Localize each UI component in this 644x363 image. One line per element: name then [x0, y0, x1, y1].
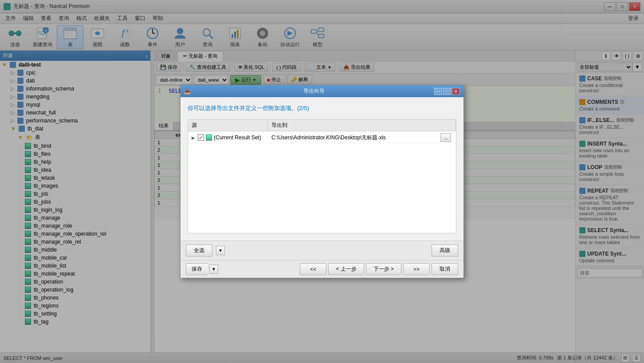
advanced-button[interactable]: 高级 [432, 245, 458, 256]
dialog-file-table: 源 导出到 ▶ ✓ (Current Result Set) C:\Users\… [188, 119, 456, 233]
dialog-maximize-button[interactable]: □ [443, 88, 451, 95]
select-all-button[interactable]: 全选 [186, 245, 212, 256]
export-wizard-dialog: 📤 导出向导 — □ ✕ 你可以选择导出文件并定义一些附加选项。(2/5) 源 … [180, 85, 464, 278]
dest-path: C:\Users\Administrator.KING\Desktop\无标题.… [271, 134, 385, 141]
first-button[interactable]: << [300, 263, 326, 275]
row-dest-cell: C:\Users\Administrator.KING\Desktop\无标题.… [271, 134, 439, 142]
dialog-content: 你可以选择导出文件并定义一些附加选项。(2/5) 源 导出到 ▶ ✓ (Curr… [181, 97, 463, 241]
col-dest: 导出到 [268, 120, 456, 131]
dialog-subtitle: 你可以选择导出文件并定义一些附加选项。(2/5) [188, 104, 456, 112]
row-checkbox[interactable]: ✓ [198, 134, 204, 141]
save-dropdown-button[interactable]: ▼ [209, 264, 218, 274]
dialog-title-buttons: — □ ✕ [434, 88, 460, 95]
source-label: (Current Result Set) [214, 134, 261, 141]
dialog-nav-area: 保存 ▼ << < 上一步 下一步 > >> 取消 [181, 260, 463, 278]
dialog-overlay: 📤 导出向导 — □ ✕ 你可以选择导出文件并定义一些附加选项。(2/5) 源 … [0, 0, 644, 363]
last-button[interactable]: >> [403, 263, 430, 275]
dialog-table-row: ▶ ✓ (Current Result Set) C:\Users\Admini… [188, 131, 456, 144]
prev-button[interactable]: < 上一步 [328, 263, 364, 275]
save-split-button[interactable]: 保存 [186, 263, 208, 275]
dialog-table-header: 源 导出到 [188, 120, 456, 131]
row-action-cell: ... [439, 133, 452, 142]
dialog-titlebar: 📤 导出向导 — □ ✕ [181, 85, 463, 97]
row-expand-icon: ▶ [192, 135, 196, 140]
dialog-footer-area: 全选 ▼ 高级 [181, 241, 463, 260]
source-table-icon [206, 134, 212, 141]
dialog-close-button[interactable]: ✕ [452, 88, 460, 95]
row-source-cell: ▶ ✓ (Current Result Set) [192, 134, 271, 141]
dialog-title: 导出向导 [303, 87, 325, 95]
next-button[interactable]: 下一步 > [366, 263, 401, 275]
dialog-title-icon: 📤 [184, 88, 191, 95]
nav-buttons: << < 上一步 下一步 > >> 取消 [300, 263, 458, 275]
cancel-button[interactable]: 取消 [432, 263, 458, 275]
browse-button[interactable]: ... [440, 133, 451, 142]
select-all-dropdown[interactable]: ▼ [216, 246, 225, 255]
col-source: 源 [188, 120, 268, 131]
dialog-minimize-button[interactable]: — [434, 88, 442, 95]
dialog-table-empty-area [188, 144, 456, 233]
